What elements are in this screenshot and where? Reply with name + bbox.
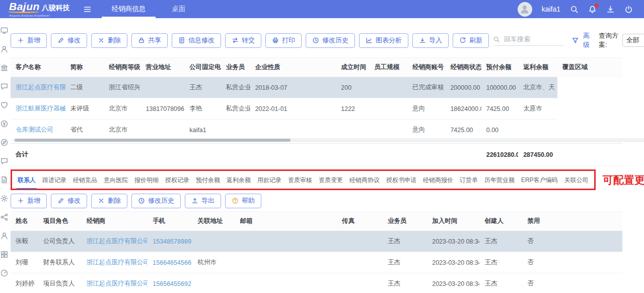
column-header[interactable]: 业务员 xyxy=(383,212,427,231)
detail-tab[interactable]: 经销商报价 xyxy=(422,171,454,189)
column-header[interactable]: 成立时间 xyxy=(336,58,369,77)
nav-tab-dealer-info[interactable]: 经销商信息 xyxy=(99,0,159,18)
contact-add-button[interactable]: 新增 xyxy=(11,194,47,208)
edit-button[interactable]: 修改 xyxy=(51,33,87,48)
cell-link[interactable]: 浙江航展医疗器械有限... xyxy=(16,105,65,112)
table-row[interactable]: 刘婷婷项目负责人浙江起点医疗有限公司15656455692王杰2023-03-2… xyxy=(11,273,622,293)
detail-tab[interactable]: 资质变更 xyxy=(318,171,344,189)
cell-link[interactable]: 浙江起点医疗有限公司 xyxy=(87,280,148,287)
add-button[interactable]: 新增 xyxy=(11,33,47,48)
dealer-table-hscrollbar[interactable] xyxy=(15,139,291,142)
transfer-button[interactable]: 转交 xyxy=(225,33,261,48)
query-scheme-select[interactable]: 全部 xyxy=(622,34,644,47)
cell-link[interactable]: 浙江起点医疗有限公司 xyxy=(87,259,148,266)
business-icon[interactable] xyxy=(0,64,9,72)
detail-tab[interactable]: 返利余额 xyxy=(226,171,252,189)
cell-link[interactable]: 15348578989 xyxy=(153,238,191,245)
column-header[interactable]: 项目角色 xyxy=(38,212,82,231)
notifications-icon[interactable] xyxy=(588,5,597,14)
column-header[interactable]: 预付余额 xyxy=(481,58,518,77)
finance-icon[interactable] xyxy=(0,120,9,128)
cell-link[interactable]: 浙江起点医疗有限公司 xyxy=(87,238,148,245)
cell-link[interactable]: 浙江起点医疗有限公司 xyxy=(16,84,65,91)
detail-tab[interactable]: 意向医院 xyxy=(103,171,129,189)
detail-tab[interactable]: 预付余额 xyxy=(195,171,221,189)
search-icon[interactable] xyxy=(570,5,579,14)
column-header[interactable]: 企业性质 xyxy=(250,58,336,77)
menu-icon[interactable] xyxy=(83,5,92,14)
advanced-search-link[interactable]: 高级 xyxy=(583,31,593,49)
column-header[interactable]: 简称 xyxy=(65,58,104,77)
export-button[interactable]: 导出 xyxy=(185,194,221,208)
cell-link[interactable]: 15656455692 xyxy=(153,280,191,287)
detail-tab[interactable]: 报价明细 xyxy=(133,171,160,189)
import-button[interactable]: 导入 xyxy=(412,33,449,48)
favorites-icon[interactable] xyxy=(0,101,9,109)
apps-icon[interactable] xyxy=(0,250,9,259)
info-edit-button[interactable]: 信息修改 xyxy=(172,33,221,48)
column-header[interactable]: 经销商 xyxy=(82,212,148,231)
refresh-button[interactable]: 刷新 xyxy=(453,33,489,48)
detail-tab[interactable]: 资质审核 xyxy=(287,171,313,189)
document-icon[interactable] xyxy=(0,175,9,184)
contact-delete-button[interactable]: 删除 xyxy=(91,194,127,208)
user-icon[interactable] xyxy=(0,231,9,240)
column-header[interactable]: 营业地址 xyxy=(140,58,184,77)
column-header[interactable]: 加入时间 xyxy=(427,212,479,231)
column-header[interactable]: 姓名 xyxy=(11,212,38,231)
column-header[interactable]: 创建人 xyxy=(479,212,522,231)
column-header[interactable]: 禁用 xyxy=(523,212,622,231)
power-icon[interactable] xyxy=(624,5,633,14)
column-header[interactable]: 手机 xyxy=(148,212,192,231)
column-header[interactable]: 经销商状态 xyxy=(445,58,481,77)
column-header[interactable]: 公司固定电话 xyxy=(184,58,221,77)
history-button[interactable]: 修改历史 xyxy=(306,33,355,48)
chart-analysis-button[interactable]: 图表分析 xyxy=(359,33,408,48)
table-row[interactable]: 刘珊财务联系人浙江起点医疗有限公司15664654566杭州市王杰2023-03… xyxy=(11,252,622,273)
column-header[interactable]: 经销商账号 xyxy=(407,58,445,77)
desktop-icon[interactable] xyxy=(0,26,9,35)
delete-button[interactable]: 删除 xyxy=(91,33,127,48)
detail-tab[interactable]: ERP客户编码 xyxy=(520,171,559,189)
dashboard-icon[interactable] xyxy=(0,269,9,277)
table-row[interactable]: 浙江航展医疗器械有限...未评级北京市13817078096李艳私营企业2022… xyxy=(11,98,622,120)
message-icon[interactable] xyxy=(0,82,9,91)
filter-icon[interactable] xyxy=(571,37,579,44)
cell-link[interactable]: 15664654566 xyxy=(153,259,191,266)
column-header[interactable]: 邮箱 xyxy=(235,212,337,231)
detail-tab[interactable]: 订货单 xyxy=(459,171,479,189)
column-header[interactable]: 传真 xyxy=(337,212,383,231)
search-input[interactable] xyxy=(503,35,563,43)
detail-tab[interactable]: 历年营业额 xyxy=(483,171,516,189)
download-icon[interactable] xyxy=(606,5,615,14)
table-row[interactable]: 仓库测试公司省代北京市kaifa1意向7425.000.00 xyxy=(11,120,622,141)
nav-tab-desktop[interactable]: 桌面 xyxy=(159,0,198,18)
detail-tab[interactable]: 用款记录 xyxy=(256,171,282,189)
table-row[interactable]: 张毅公司负责人浙江起点医疗有限公司15348578989王杰2023-03-20… xyxy=(11,231,622,252)
detail-tab[interactable]: 授权记录 xyxy=(164,171,190,189)
column-header[interactable]: 返利余额 xyxy=(518,58,557,77)
column-header[interactable]: 关联地址 xyxy=(192,212,235,231)
contact-edit-button[interactable]: 修改 xyxy=(51,194,87,208)
detail-tab[interactable]: 授权书申请 xyxy=(385,171,417,189)
avatar[interactable] xyxy=(518,2,532,17)
detail-tab[interactable]: 关联公司 xyxy=(563,171,590,189)
table-row[interactable]: 浙江起点医疗有限公司二级浙江省绍兴市王杰私营企业2018-03-07200已完成… xyxy=(11,77,622,98)
contacts-icon[interactable] xyxy=(0,45,9,53)
column-header[interactable]: 员工规模 xyxy=(369,58,407,77)
detail-tab[interactable]: 跟进记录 xyxy=(41,171,67,189)
help-button[interactable]: 帮助 xyxy=(225,194,261,208)
settings-icon[interactable] xyxy=(0,194,9,203)
detail-tab[interactable]: 联系人 xyxy=(17,171,37,189)
column-header[interactable]: 业务员 xyxy=(221,58,250,77)
column-header[interactable]: 客户名称 xyxy=(11,58,65,77)
column-header[interactable]: 覆盖区域 xyxy=(557,58,622,77)
cell-link[interactable]: 仓库测试公司 xyxy=(16,126,53,133)
share-icon[interactable] xyxy=(0,213,9,221)
detail-tab[interactable]: 经销竞品 xyxy=(72,171,98,189)
contact-history-button[interactable]: 修改历史 xyxy=(131,194,181,208)
chat-icon[interactable] xyxy=(0,157,9,165)
explore-icon[interactable] xyxy=(0,138,9,147)
detail-tab[interactable]: 经销商协议 xyxy=(348,171,381,189)
column-header[interactable]: 经销商等级 xyxy=(104,58,140,77)
